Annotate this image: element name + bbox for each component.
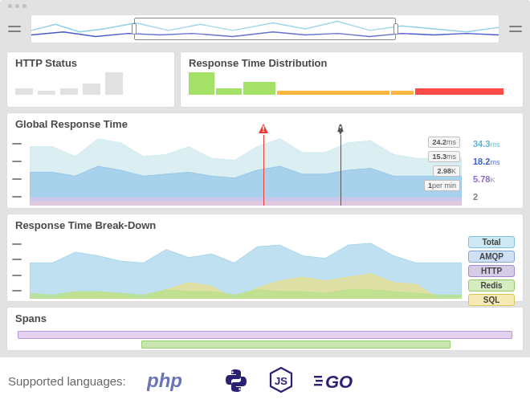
- http-status-bar[interactable]: [60, 88, 78, 95]
- overview-menu-right-icon[interactable]: [509, 26, 522, 32]
- http-status-bar[interactable]: [105, 72, 123, 95]
- grt-legend-lines: [12, 135, 26, 206]
- response-dist-title: Response Time Distribution: [181, 52, 523, 74]
- value-pill: 15.3ms: [428, 151, 460, 162]
- spans-card: Spans: [6, 307, 524, 351]
- breakdown-card: Response Time Break-Down TotalAMQPHTTPRe…: [6, 214, 524, 302]
- http-status-bar[interactable]: [83, 84, 100, 95]
- svg-rect-10: [316, 380, 323, 381]
- scrubber-handle-right[interactable]: [393, 23, 398, 35]
- overview-sparkline[interactable]: [31, 14, 499, 43]
- span-bar[interactable]: [18, 331, 512, 339]
- footer-label: Supported languages:: [8, 374, 126, 388]
- svg-text:GO: GO: [325, 372, 353, 392]
- http-status-title: HTTP Status: [7, 52, 174, 74]
- svg-point-3: [340, 126, 341, 128]
- window-control-min[interactable]: [15, 4, 19, 8]
- breakdown-legend: TotalAMQPHTTPRedisSQL: [468, 236, 515, 306]
- breakdown-legend-lines: [12, 236, 26, 299]
- alert-icon: [259, 124, 268, 133]
- value-pill: 1per min: [424, 180, 460, 191]
- spans-title: Spans: [7, 308, 523, 329]
- span-bar[interactable]: [141, 340, 450, 349]
- grt-value: 34.3ms: [473, 139, 518, 149]
- rocket-marker[interactable]: [340, 135, 341, 206]
- http-status-bar[interactable]: [15, 88, 33, 95]
- nodejs-icon: JS: [269, 367, 293, 394]
- grt-value: 5.78K: [473, 174, 518, 184]
- alert-marker[interactable]: [263, 135, 264, 206]
- svg-rect-9: [314, 376, 322, 377]
- response-dist-card: Response Time Distribution: [180, 51, 524, 108]
- global-response-chart[interactable]: 24.2ms15.3ms2.98K1per min: [30, 135, 462, 206]
- go-icon: GO: [314, 369, 369, 392]
- svg-point-5: [231, 371, 233, 373]
- svg-rect-1: [263, 126, 264, 130]
- http-status-bar[interactable]: [38, 91, 55, 95]
- window-titlebar: [0, 0, 530, 11]
- legend-chip-redis[interactable]: Redis: [468, 279, 515, 292]
- svg-rect-2: [263, 131, 264, 133]
- response-dist-segment[interactable]: [391, 91, 414, 95]
- scrubber-handle-left[interactable]: [132, 23, 137, 35]
- rocket-icon: [336, 124, 345, 135]
- svg-rect-11: [314, 384, 322, 385]
- global-response-card: Global Response Time 24.2ms15.3ms2.98K1p…: [6, 112, 524, 209]
- response-dist-segment[interactable]: [216, 88, 242, 95]
- response-dist-bars[interactable]: [181, 74, 523, 100]
- time-range-scrubber[interactable]: [134, 18, 396, 40]
- svg-point-6: [238, 388, 240, 389]
- response-dist-segment[interactable]: [415, 88, 503, 95]
- footer: Supported languages: php JS GO: [0, 357, 530, 407]
- http-status-card: HTTP Status: [6, 51, 175, 108]
- php-icon: php: [147, 368, 203, 393]
- dashboard-window: HTTP Status Response Time Distribution G…: [0, 0, 530, 357]
- legend-chip-amqp[interactable]: AMQP: [468, 251, 515, 263]
- legend-chip-total[interactable]: Total: [468, 236, 515, 248]
- response-dist-segment[interactable]: [189, 72, 214, 95]
- breakdown-chart[interactable]: [30, 236, 462, 299]
- response-dist-segment[interactable]: [277, 91, 389, 95]
- grt-value: 18.2ms: [473, 157, 518, 166]
- value-pill: 2.98K: [433, 165, 460, 177]
- overview-row: [0, 11, 530, 51]
- python-icon: [224, 369, 248, 393]
- overview-menu-left-icon[interactable]: [8, 26, 21, 32]
- window-control-close[interactable]: [8, 4, 12, 8]
- svg-text:php: php: [147, 369, 182, 391]
- value-pill: 24.2ms: [428, 137, 460, 148]
- global-response-values: 34.3ms18.2ms5.78K2: [473, 135, 518, 206]
- breakdown-title: Response Time Break-Down: [7, 214, 523, 236]
- response-dist-segment[interactable]: [243, 82, 275, 95]
- grt-value: 2: [473, 192, 518, 202]
- http-status-bars[interactable]: [7, 74, 174, 100]
- legend-chip-sql[interactable]: SQL: [468, 294, 515, 306]
- spans-body[interactable]: [7, 329, 523, 352]
- svg-text:JS: JS: [275, 375, 287, 387]
- legend-chip-http[interactable]: HTTP: [468, 265, 515, 277]
- window-control-max[interactable]: [22, 4, 26, 8]
